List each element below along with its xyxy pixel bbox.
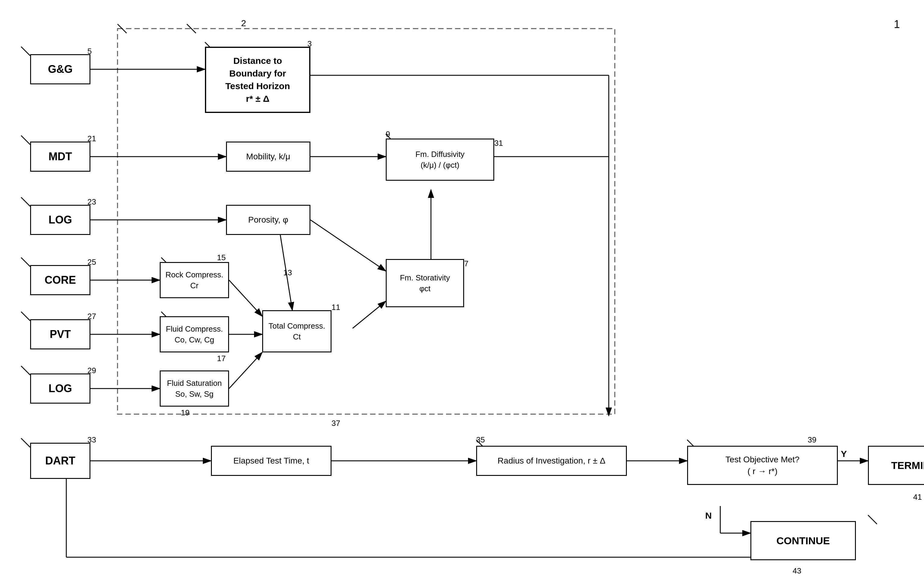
ref-31: 31: [494, 138, 503, 148]
svg-line-31: [21, 47, 30, 56]
total-compress-box: Total Compress.Ct: [262, 310, 332, 352]
mobility-box: Mobility, k/μ: [226, 142, 310, 172]
fluid-sat-box: Fluid SaturationSo, Sw, Sg: [160, 370, 229, 407]
ref-11: 11: [332, 303, 340, 312]
ref-33: 33: [87, 435, 96, 444]
ref-5: 5: [87, 47, 92, 56]
ref-23: 23: [87, 197, 96, 207]
ref-7: 7: [464, 259, 468, 268]
rock-compress-box: Rock Compress.Cr: [160, 262, 229, 298]
ref-13: 13: [283, 268, 292, 277]
ref-27: 27: [87, 312, 96, 321]
ref-43: 43: [793, 566, 801, 576]
core-box: CORE: [30, 265, 91, 295]
diagram-ref-1: 1: [894, 18, 900, 31]
ref-3: 3: [307, 39, 312, 48]
svg-line-35: [21, 312, 30, 321]
svg-line-33: [21, 197, 30, 206]
svg-line-30: [187, 24, 196, 33]
svg-line-13: [310, 220, 386, 271]
ref-41: 41: [913, 492, 922, 502]
gg-box: G&G: [30, 54, 91, 84]
elapsed-time-box: Elapsed Test Time, t: [211, 446, 332, 476]
svg-line-11: [229, 352, 262, 388]
fluid-compress-box: Fluid Compress.Co, Cw, Cg: [160, 316, 229, 352]
ref-37: 37: [332, 419, 340, 428]
log2-box: LOG: [30, 374, 91, 403]
y-label: Y: [841, 449, 847, 459]
svg-line-42: [868, 515, 877, 524]
svg-line-9: [229, 280, 262, 316]
svg-line-37: [21, 438, 30, 447]
ref-39: 39: [808, 435, 817, 444]
terminate-box[interactable]: TERMINATE: [868, 446, 924, 485]
svg-line-29: [117, 24, 127, 33]
ref-15: 15: [217, 253, 226, 262]
mdt-box: MDT: [30, 142, 91, 172]
radius-invest-box: Radius of Investigation, r ± Δ: [476, 446, 627, 476]
ref-19: 19: [181, 408, 190, 418]
ref-21: 21: [87, 134, 96, 143]
svg-line-32: [21, 135, 30, 145]
test-objective-box: Test Objective Met?( r → r*): [687, 446, 838, 485]
dart-box: DART: [30, 443, 91, 479]
ref-17: 17: [217, 354, 226, 363]
svg-rect-2: [117, 29, 615, 414]
ref-25: 25: [87, 258, 96, 267]
ref-9: 9: [386, 130, 390, 139]
continue-box[interactable]: CONTINUE: [751, 521, 856, 560]
porosity-box: Porosity, φ: [226, 205, 310, 235]
ref-35: 35: [476, 435, 485, 444]
fm-diffusivity-box: Fm. Diffusivity(k/μ) / (φct): [386, 138, 494, 181]
svg-line-36: [21, 366, 30, 375]
svg-line-34: [21, 258, 30, 267]
fm-storativity-box: Fm. Storativityφct: [386, 259, 464, 307]
svg-line-14: [353, 301, 386, 328]
diagram-ref-2: 2: [241, 18, 246, 28]
distance-boundary-box: Distance toBoundary forTested Horizonr* …: [205, 47, 310, 113]
log1-box: LOG: [30, 205, 91, 235]
n-label: N: [705, 510, 712, 521]
ref-29: 29: [87, 366, 96, 375]
pvt-box: PVT: [30, 319, 91, 349]
